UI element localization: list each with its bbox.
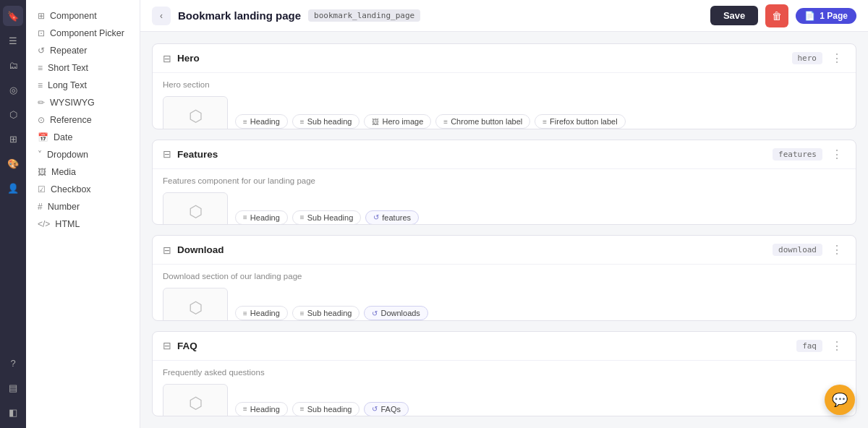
chip-heroimage-hero[interactable]: 🖼Hero image xyxy=(364,114,431,129)
field-chips-download: ≡Heading ≡Sub heading ↺Downloads xyxy=(235,306,428,320)
chip-icon-heading-download: ≡ xyxy=(243,309,247,317)
main-area: ‹ Bookmark landing page bookmark_landing… xyxy=(140,0,868,428)
upload-label-features: Upload Preview xyxy=(171,224,220,225)
chip-label: Heading xyxy=(250,309,280,317)
chip-subheading-download[interactable]: ≡Sub heading xyxy=(292,306,360,320)
sidebar-item-number[interactable]: # Number xyxy=(29,198,137,215)
rail-icon-terminal[interactable]: ▤ xyxy=(3,377,23,398)
section-card-faq: ⊟ FAQ faq ⋮ Frequently asked questions ⬡… xyxy=(152,331,856,417)
section-card-hero: ⊟ Hero hero ⋮ Hero section ⬡ Upload Prev… xyxy=(152,43,856,129)
back-button[interactable]: ‹ xyxy=(152,7,171,25)
fab-chat-icon: 💬 xyxy=(832,392,848,408)
rail-icon-layout[interactable]: ⊞ xyxy=(3,129,23,149)
rail-icon-paint[interactable]: 🎨 xyxy=(3,153,23,174)
sidebar-item-component-picker[interactable]: ⊡ Component Picker xyxy=(29,25,137,42)
upload-preview-download[interactable]: ⬡ Upload Preview xyxy=(163,288,228,321)
chip-heading-download[interactable]: ≡Heading xyxy=(235,306,288,320)
section-body-hero: Hero section ⬡ Upload Preview ≡Heading ≡… xyxy=(153,73,856,129)
sidebar-item-short-text[interactable]: ≡ Short Text xyxy=(29,59,137,77)
upload-preview-hero[interactable]: ⬡ Upload Preview xyxy=(163,96,228,129)
section-tag-download: download xyxy=(773,244,822,256)
section-tag-features: features xyxy=(773,148,822,160)
upload-label-faq: Upload Preview xyxy=(171,416,220,416)
section-icon-faq: ⊟ xyxy=(163,340,171,351)
sidebar-item-label: Dropdown xyxy=(47,150,88,160)
upload-icon-hero: ⬡ xyxy=(189,107,203,126)
upload-label-download: Upload Preview xyxy=(171,320,220,321)
section-content-features: ⬡ Upload Preview ≡Heading ≡Sub Heading ↺… xyxy=(163,192,846,226)
short-text-icon: ≡ xyxy=(38,63,43,73)
chip-subheading-features[interactable]: ≡Sub Heading xyxy=(292,210,361,225)
chip-heading-hero[interactable]: ≡Heading xyxy=(235,114,288,129)
sidebar-item-media[interactable]: 🖼 Media xyxy=(29,163,137,181)
chip-icon-faqs-ref: ↺ xyxy=(372,405,378,413)
chip-firefox-hero[interactable]: ≡Firefox button label xyxy=(535,114,625,129)
sidebar-item-date[interactable]: 📅 Date xyxy=(29,129,137,146)
section-tag-faq: faq xyxy=(796,340,822,352)
topbar: ‹ Bookmark landing page bookmark_landing… xyxy=(140,0,868,32)
upload-preview-features[interactable]: ⬡ Upload Preview xyxy=(163,192,228,226)
section-header-features: ⊟ Features features ⋮ xyxy=(153,140,856,169)
section-card-download: ⊟ Download download ⋮ Download section o… xyxy=(152,235,856,321)
sidebar-item-long-text[interactable]: ≡ Long Text xyxy=(29,77,137,94)
section-name-hero: Hero xyxy=(177,53,786,64)
chip-heading-features[interactable]: ≡Heading xyxy=(235,210,288,225)
delete-button[interactable]: 🗑 xyxy=(765,4,788,27)
sidebar-item-repeater[interactable]: ↺ Repeater xyxy=(29,42,137,59)
chip-heading-faq[interactable]: ≡Heading xyxy=(235,402,288,416)
chip-label: Heading xyxy=(250,117,280,126)
chip-icon-heroimage: 🖼 xyxy=(372,118,379,126)
rail-icon-grid[interactable]: ⬡ xyxy=(3,104,23,124)
chip-features-ref[interactable]: ↺features xyxy=(365,210,419,225)
section-body-features: Features component for our landing page … xyxy=(153,169,856,226)
sidebar-item-wysiwyg[interactable]: ✏ WYSIWYG xyxy=(29,94,137,111)
section-card-features: ⊟ Features features ⋮ Features component… xyxy=(152,140,856,226)
chip-downloads-ref[interactable]: ↺Downloads xyxy=(364,306,427,320)
sidebar-item-label: Short Text xyxy=(48,63,88,73)
section-menu-download[interactable]: ⋮ xyxy=(828,243,846,257)
chip-faqs-ref[interactable]: ↺FAQs xyxy=(364,402,409,416)
upload-preview-faq[interactable]: ⬡ Upload Preview xyxy=(163,384,228,417)
long-text-icon: ≡ xyxy=(38,80,43,90)
section-menu-hero[interactable]: ⋮ xyxy=(828,51,846,65)
section-tag-hero: hero xyxy=(792,52,823,64)
chip-subheading-hero[interactable]: ≡Sub heading xyxy=(292,114,360,129)
sidebar-item-component[interactable]: ⊞ Component xyxy=(29,7,137,25)
sidebar-item-html[interactable]: </> HTML xyxy=(29,215,137,233)
chip-label: Chrome button label xyxy=(451,117,522,126)
chip-label: Sub heading xyxy=(307,309,352,317)
rail-icon-menu[interactable]: ☰ xyxy=(3,30,23,51)
section-menu-features[interactable]: ⋮ xyxy=(828,147,846,161)
chip-chrome-hero[interactable]: ≡Chrome button label xyxy=(435,114,530,129)
section-content-faq: ⬡ Upload Preview ≡Heading ≡Sub heading ↺… xyxy=(163,384,846,417)
page-slug: bookmark_landing_page xyxy=(308,9,420,22)
chip-icon-firefox: ≡ xyxy=(542,118,547,126)
sidebar-item-dropdown[interactable]: ˅ Dropdown xyxy=(29,146,137,163)
chip-icon-heading-features: ≡ xyxy=(243,213,247,221)
reference-icon: ⊙ xyxy=(38,115,45,125)
upload-label-hero: Upload Preview xyxy=(171,129,220,129)
chip-label: Heading xyxy=(250,213,280,222)
rail-icon-layers[interactable]: ◧ xyxy=(3,402,23,422)
sidebar-item-checkbox[interactable]: ☑ Checkbox xyxy=(29,181,137,198)
sidebar-item-label: Reference xyxy=(50,115,92,125)
section-content-download: ⬡ Upload Preview ≡Heading ≡Sub heading ↺… xyxy=(163,288,846,321)
chip-label: Sub heading xyxy=(307,405,352,414)
chip-label: Sub heading xyxy=(307,117,352,126)
section-menu-faq[interactable]: ⋮ xyxy=(828,339,846,353)
rail-icon-help[interactable]: ? xyxy=(3,353,23,373)
rail-icon-circle[interactable]: ◎ xyxy=(3,80,23,100)
chip-icon-features-ref: ↺ xyxy=(373,213,379,221)
sidebar-item-reference[interactable]: ⊙ Reference xyxy=(29,111,137,129)
save-button[interactable]: Save xyxy=(710,6,758,25)
html-icon: </> xyxy=(38,219,50,229)
sidebar-item-label: Long Text xyxy=(48,80,87,90)
chip-icon-subheading-features: ≡ xyxy=(300,213,305,221)
rail-icon-users[interactable]: 👤 xyxy=(3,178,23,198)
dropdown-icon: ˅ xyxy=(38,150,42,160)
fab-chat-button[interactable]: 💬 xyxy=(825,385,855,415)
rail-icon-folder[interactable]: 🗂 xyxy=(3,55,23,75)
rail-icon-bookmark[interactable]: 🔖 xyxy=(3,6,23,26)
chip-subheading-faq[interactable]: ≡Sub heading xyxy=(292,402,360,416)
page-count-badge: 📄 1 Page xyxy=(796,8,856,24)
